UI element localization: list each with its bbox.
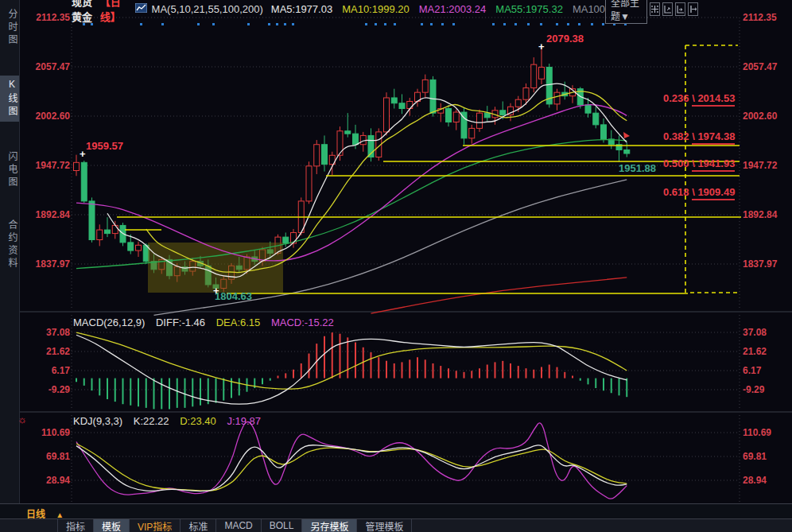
price-axis-right-5: 1837.97: [743, 258, 777, 270]
price-axis-left-5: 1837.97: [22, 258, 70, 270]
kdj-k-value: K:22.22: [134, 415, 169, 427]
ma21-value: MA21:2003.24: [419, 3, 487, 15]
tab-0[interactable]: 指标: [57, 519, 94, 532]
sidebar-item-1[interactable]: K线图: [0, 76, 19, 122]
price-axis-left-1: 2057.47: [22, 61, 70, 72]
kdj-indicator-header: KDJ(9,3,3) K:22.22 D:23.40 J:19.87: [73, 415, 269, 427]
theme-selector-button[interactable]: 全部主题▼: [605, 0, 647, 24]
fib-ratio: 0.500: [663, 157, 692, 169]
price-axis-right-0: 2112.35: [743, 12, 777, 23]
fib-ratio: 0.618: [663, 186, 692, 198]
price-annotation-1: 2079.38: [546, 33, 584, 45]
fib-price: \ 1909.49: [692, 186, 735, 200]
macd-title: MACD(26,12,9): [73, 316, 145, 328]
kdj-axis-right-1: 69.81: [743, 451, 767, 462]
macd-axis-right-0: 37.08: [743, 327, 767, 338]
fib-level-3: 0.618 \ 1909.49: [663, 187, 735, 198]
price-annotation-0: 1959.57: [86, 141, 123, 152]
fib-price: \ 2014.53: [692, 92, 735, 107]
macd-axis-right-1: 21.62: [743, 346, 767, 357]
tab-5[interactable]: BOLL: [262, 519, 303, 532]
tab-1[interactable]: 模板: [94, 519, 130, 532]
fib-price: \ 1941.93: [692, 157, 735, 172]
ma10-value: MA10:1999.20: [342, 3, 410, 15]
symbol-name: 现货黄金: [72, 0, 99, 24]
fib-level-2: 0.500 \ 1941.93: [663, 158, 735, 169]
anchor-cross-2: +: [213, 285, 219, 297]
tab-4[interactable]: MACD: [216, 519, 261, 532]
indicator-settings-icon[interactable]: ☼: [17, 414, 27, 425]
macd-indicator-header: MACD(26,12,9) DIFF:-1.46 DEA:6.15 MACD:-…: [73, 316, 342, 328]
price-axis-right-4: 1892.84: [743, 209, 777, 220]
macd-axis-left-3: -9.29: [22, 384, 70, 395]
macd-axis-left-2: 6.17: [22, 365, 70, 376]
price-annotation-2: 1951.88: [619, 163, 656, 174]
macd-axis-right-3: -9.29: [743, 384, 764, 395]
tab-7[interactable]: 管理模板: [357, 519, 412, 532]
chart-canvas[interactable]: [0, 0, 792, 532]
shift-right-icon[interactable]: [688, 2, 698, 16]
kdj-d-value: D:23.40: [180, 415, 216, 427]
macd-axis-left-0: 37.08: [22, 327, 70, 338]
ma-settings-label: MA(5,10,21,55,100,200): [152, 3, 263, 15]
macd-macd-value: MACD:-15.22: [271, 316, 334, 328]
price-axis-left-3: 1947.72: [22, 160, 70, 171]
macd-diff-value: DIFF:-1.46: [156, 316, 205, 328]
macd-axis-right-2: 6.17: [743, 365, 761, 376]
x-axis-scale-icon[interactable]: [675, 2, 685, 16]
anchor-cross-1: +: [538, 41, 545, 52]
price-annotation-3: 1804.63: [215, 291, 252, 302]
pan-tool-icon[interactable]: [650, 2, 660, 16]
chart-header: 现货黄金 【日线】 MA(5,10,21,55,100,200) MA5:197…: [19, 0, 698, 17]
sidebar-item-2[interactable]: 闪电图: [0, 148, 19, 192]
kdj-axis-left-2: 28.94: [22, 475, 70, 486]
price-axis-left-2: 2002.60: [22, 111, 70, 122]
sidebar-item-3[interactable]: 合约资料: [0, 216, 19, 274]
fib-level-0: 0.236 \ 2014.53: [663, 93, 735, 104]
price-axis-left-4: 1892.84: [22, 209, 70, 220]
kdj-axis-left-0: 110.69: [22, 427, 70, 438]
y-axis-scale-icon[interactable]: [662, 2, 673, 16]
anchor-cross-0: +: [80, 149, 86, 160]
kdj-axis-right-2: 28.94: [743, 475, 767, 486]
sidebar-item-0[interactable]: 分时图: [0, 6, 19, 50]
chart-line-icon: [135, 3, 147, 15]
ma5-value: MA5:1977.03: [271, 3, 332, 15]
price-axis-right-1: 2057.47: [743, 61, 777, 72]
trading-app-window: 2112.352112.352057.472057.472002.602002.…: [0, 0, 792, 532]
tab-3[interactable]: 标准: [181, 519, 216, 532]
kdj-axis-left-1: 69.81: [22, 451, 70, 462]
tab-2[interactable]: VIP指标: [130, 519, 181, 532]
kdj-j-value: J:19.87: [227, 415, 261, 427]
ma55-value: MA55:1975.32: [495, 3, 563, 15]
fib-ratio: 0.236: [663, 92, 692, 104]
price-axis-right-2: 2002.60: [743, 111, 777, 122]
ma100-value: MA100: [573, 3, 605, 15]
tab-6[interactable]: 另存模板: [302, 519, 357, 532]
bottom-tab-bar: 指标模板VIP指标标准MACDBOLL另存模板管理模板: [0, 518, 792, 532]
chart-type-sidebar: 分时图K线图闪电图合约资料: [0, 0, 20, 503]
price-axis-right-3: 1947.72: [743, 160, 777, 171]
macd-axis-left-1: 21.62: [22, 346, 70, 357]
period-tag: 【日线】: [100, 0, 127, 24]
fib-level-1: 0.382 \ 1974.38: [663, 131, 735, 142]
time-axis-bar: 日线 ▲: [0, 503, 792, 518]
macd-dea-value: DEA:6.15: [216, 316, 261, 328]
kdj-axis-right-0: 110.69: [743, 427, 771, 438]
fib-price: \ 1974.38: [692, 130, 735, 145]
kdj-title: KDJ(9,3,3): [73, 415, 122, 427]
fib-ratio: 0.382: [663, 130, 692, 142]
